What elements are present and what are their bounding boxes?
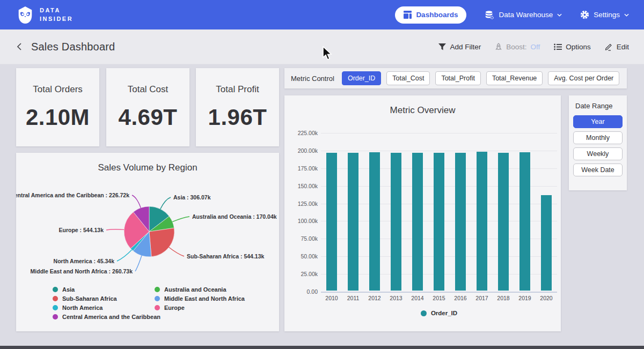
date-button-weekly[interactable]: Weekly — [573, 147, 623, 160]
legend-dot — [53, 296, 58, 301]
pie-legend-column: Australia and OceaniaMiddle East and Nor… — [155, 285, 245, 312]
pie-legend-item[interactable]: Central America and the Caribbean — [53, 312, 160, 321]
pie-legend-column: AsiaSub-Saharan AfricaNorth AmericaCentr… — [53, 285, 160, 321]
pie-leader-line — [160, 197, 171, 209]
y-axis-tick: 150.00k — [288, 183, 318, 189]
bar-2013[interactable] — [391, 153, 401, 291]
date-button-year[interactable]: Year — [573, 115, 623, 128]
nav-settings[interactable]: Settings — [580, 10, 629, 19]
date-range-panel: Date Range Year Monthly Weekly Week Date — [569, 95, 627, 190]
chevron-down-icon — [557, 13, 562, 17]
chevron-down-icon — [624, 13, 629, 17]
kpi-label: Total Profit — [216, 84, 259, 95]
kpi-card-total-orders: Total Orders 2.10M — [16, 68, 99, 146]
legend-label: Middle East and North Africa — [164, 295, 245, 302]
metric-button-total-revenue[interactable]: Total_Revenue — [486, 71, 543, 85]
pie-legend-item[interactable]: Sub-Saharan Africa — [53, 294, 160, 303]
pie-leader-line — [169, 247, 184, 256]
kpi-value: 4.69T — [119, 105, 178, 130]
pie-leader-line — [117, 250, 132, 261]
metric-button-total-profit[interactable]: Total_Profit — [435, 71, 481, 85]
y-axis-tick: 125.00k — [288, 201, 318, 207]
bar-chart-plot: 225.00k200.00k175.00k150.00k125.00k100.0… — [321, 129, 557, 292]
pie-legend-item[interactable]: Middle East and North Africa — [155, 294, 245, 303]
options-label: Options — [566, 43, 591, 51]
boost-value: Off — [530, 43, 540, 51]
gridline — [321, 292, 557, 293]
y-axis-tick: 25.00k — [288, 271, 318, 277]
kpi-value: 2.10M — [26, 105, 90, 130]
date-button-monthly[interactable]: Monthly — [573, 131, 623, 144]
back-icon[interactable] — [15, 42, 25, 51]
pie-slice-label: Asia : 306.07k — [173, 194, 211, 201]
bar-2020[interactable] — [541, 195, 552, 291]
metric-button-order-id[interactable]: Order_ID — [342, 71, 381, 85]
database-icon — [485, 10, 494, 20]
y-axis-tick: 100.00k — [288, 218, 318, 224]
pie-slice-label: North America : 45.34k — [54, 258, 115, 264]
pencil-icon — [605, 43, 613, 51]
owl-logo-icon — [16, 6, 34, 24]
legend-label: Asia — [62, 286, 75, 293]
pie-chart-title: Sales Volume by Region — [16, 153, 279, 173]
x-axis-tick: 2018 — [493, 295, 514, 301]
add-filter-button[interactable]: Add Filter — [438, 43, 481, 51]
bar-2017[interactable] — [477, 152, 487, 291]
nav-data-warehouse[interactable]: Data Warehouse — [485, 10, 562, 20]
bar-2010[interactable] — [326, 153, 337, 291]
x-axis-tick: 2014 — [407, 295, 428, 301]
pie-legend-item[interactable]: North America — [53, 303, 160, 312]
bar-2012[interactable] — [369, 152, 380, 291]
pie-slice[interactable] — [149, 228, 174, 257]
bar-chart-panel: Metric Overview 225.00k200.00k175.00k150… — [284, 95, 561, 331]
legend-dot — [53, 305, 58, 310]
bar-2018[interactable] — [498, 153, 509, 291]
legend-dot — [421, 310, 427, 316]
bar-2011[interactable] — [348, 153, 358, 291]
bar-chart-legend: Order_ID — [321, 310, 557, 316]
legend-label: Order_ID — [431, 310, 457, 316]
kpi-card-total-profit: Total Profit 1.96T — [196, 68, 279, 146]
page-title: Sales Dashboard — [31, 41, 115, 53]
pie-chart: Asia : 306.07kAustralia and Oceania : 17… — [16, 180, 279, 295]
edit-button[interactable]: Edit — [605, 43, 629, 51]
kpi-card-total-cost: Total Cost 4.69T — [106, 68, 189, 146]
nav-dashboards-button[interactable]: Dashboards — [395, 6, 466, 24]
top-nav: DATA INSIDER Dashboards Data Warehouse — [0, 0, 644, 29]
nav-dashboards-label: Dashboards — [416, 11, 458, 19]
boost-toggle[interactable]: Boost: Off — [495, 43, 540, 51]
date-button-week-date[interactable]: Week Date — [573, 164, 623, 176]
pie-leader-line — [132, 195, 141, 208]
legend-dot — [155, 305, 160, 310]
options-list-icon — [554, 43, 562, 50]
gridline — [321, 151, 557, 151]
pie-leader-line — [135, 256, 142, 271]
bar-2016[interactable] — [455, 153, 466, 291]
y-axis-tick: 225.00k — [288, 130, 318, 136]
x-axis-tick: 2013 — [385, 295, 407, 301]
filter-icon — [438, 43, 446, 50]
legend-dot — [155, 296, 160, 301]
gear-icon — [580, 10, 589, 19]
bar-2015[interactable] — [434, 153, 444, 291]
brand-text: DATA INSIDER — [40, 6, 73, 24]
pie-legend-item[interactable]: Asia — [53, 285, 160, 294]
pie-slice-label: Europe : 544.13k — [59, 227, 104, 233]
options-button[interactable]: Options — [554, 43, 591, 51]
metric-button-total-cost[interactable]: Total_Cost — [386, 71, 430, 85]
x-axis-tick: 2020 — [536, 295, 557, 301]
pie-legend-item[interactable]: Europe — [155, 303, 245, 312]
rocket-icon — [495, 43, 502, 51]
bar-chart-x-axis: 2010201120122013201420152016201720182019… — [321, 295, 557, 301]
bar-2014[interactable] — [412, 153, 423, 291]
metric-button-avg-cost[interactable]: Avg. Cost per Order — [548, 71, 619, 85]
edit-label: Edit — [617, 43, 629, 51]
x-axis-tick: 2017 — [471, 295, 493, 301]
pie-legend-item[interactable]: Australia and Oceania — [155, 285, 245, 294]
x-axis-tick: 2010 — [321, 295, 342, 301]
nav-settings-label: Settings — [594, 11, 620, 19]
bar-2019[interactable] — [519, 152, 530, 291]
x-axis-tick: 2012 — [364, 295, 385, 301]
bar-chart-title: Metric Overview — [284, 95, 561, 116]
legend-dot — [53, 287, 58, 292]
